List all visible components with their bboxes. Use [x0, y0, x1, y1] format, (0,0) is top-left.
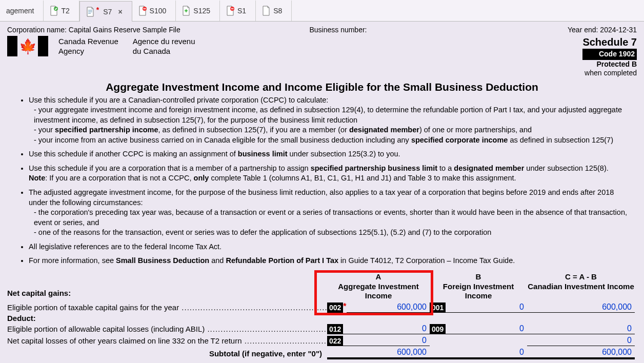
- row-eligible-gains: Eligible portion of taxable capital gain…: [7, 302, 637, 313]
- calculation-table: Net capital gains: A Aggregate Investmen…: [0, 270, 644, 359]
- document-plus-icon: [182, 6, 190, 16]
- tab-label: S1: [237, 7, 246, 15]
- tab-s7[interactable]: * S7 ×: [79, 1, 132, 22]
- line-code: 009: [430, 324, 446, 334]
- subtotal-label: Subtotal (if negative, enter "0"): [7, 349, 327, 358]
- line-code: 002: [327, 302, 343, 313]
- tab-bar: agement T2 * S7 × S100 S125 S1: [0, 0, 644, 22]
- document-minus-icon: [226, 6, 234, 16]
- document-icon: [86, 7, 94, 17]
- line-code: 001: [430, 302, 446, 313]
- net-capital-gains-heading: Net capital gains:: [7, 289, 327, 297]
- tab-s1[interactable]: S1: [220, 1, 256, 21]
- close-icon[interactable]: ×: [118, 8, 122, 16]
- document-minus-icon: [138, 6, 147, 16]
- schedule-title: Schedule 7: [582, 36, 637, 49]
- tab-label: S8: [273, 7, 282, 15]
- value-input[interactable]: 0: [446, 324, 527, 334]
- column-b-header: B Foreign Investment Income: [430, 272, 527, 301]
- document-check-icon: [50, 6, 58, 16]
- value-input[interactable]: 0: [446, 302, 527, 313]
- tab-label: T2: [61, 7, 69, 15]
- tab-label: agement: [6, 7, 34, 15]
- protected-label: Protected B: [596, 60, 637, 68]
- line-code: 022: [327, 336, 343, 346]
- canada-flag-icon: 🍁: [7, 36, 48, 56]
- document-icon: [262, 6, 270, 16]
- corp-name-label: Corporation name:: [7, 26, 67, 34]
- tab-t2[interactable]: T2: [44, 1, 79, 21]
- value-subtotal: 0: [430, 347, 527, 358]
- year-end-value: 2024-12-31: [600, 26, 637, 34]
- schedule-code: Code 1902: [582, 49, 637, 60]
- business-number-label: Business number:: [309, 26, 367, 34]
- tab-s125[interactable]: S125: [176, 1, 220, 21]
- tab-label: S125: [193, 7, 210, 15]
- row-subtotal: Subtotal (if negative, enter "0") 600,00…: [7, 347, 637, 359]
- agency-name: Canada Revenue Agency Agence du revenu d…: [48, 36, 200, 78]
- value-input[interactable]: 0: [343, 335, 430, 346]
- value-calc: 0: [527, 335, 635, 346]
- when-completed: when completed: [582, 69, 637, 78]
- tab-label: S7: [103, 8, 112, 16]
- required-indicator-icon: *: [343, 302, 346, 311]
- value-input[interactable]: 600,000: [347, 302, 430, 313]
- tab-s8[interactable]: S8: [256, 1, 292, 21]
- form-header: 🍁 Canada Revenue Agency Agence du revenu…: [0, 35, 644, 78]
- page-title: Aggregate Investment Income and Income E…: [0, 81, 644, 93]
- tab-agement[interactable]: agement: [0, 1, 44, 21]
- year-end-label: Year end:: [568, 26, 598, 34]
- info-bar: Corporation name: Capital Gains Reserve …: [0, 22, 644, 35]
- column-a-header: A Aggregate Investment Income: [327, 272, 430, 301]
- tab-s100[interactable]: S100: [132, 1, 176, 21]
- row-allowable-losses: Eligible portion of allowable capital lo…: [7, 324, 637, 334]
- value-subtotal: 600,000: [527, 347, 635, 358]
- column-c-header: C = A - B Canadian Investment Income: [527, 272, 635, 301]
- row-net-capital-losses: Net capital losses of other years claime…: [7, 335, 637, 346]
- value-input[interactable]: 0: [343, 324, 430, 334]
- tab-label: S100: [150, 7, 167, 15]
- value-calc: 600,000: [527, 302, 635, 313]
- instructions: Use this schedule if you are a Canadian-…: [0, 95, 644, 266]
- value-calc: 0: [527, 324, 635, 334]
- corp-name-value: Capital Gains Reserve Sample File: [69, 26, 180, 34]
- modified-indicator-icon: *: [96, 6, 99, 14]
- schedule-info: Schedule 7 Code 1902 Protected B when co…: [582, 36, 637, 78]
- line-code: 012: [327, 324, 343, 334]
- value-subtotal: 600,000: [327, 347, 430, 358]
- deduct-heading: Deduct:: [7, 314, 327, 322]
